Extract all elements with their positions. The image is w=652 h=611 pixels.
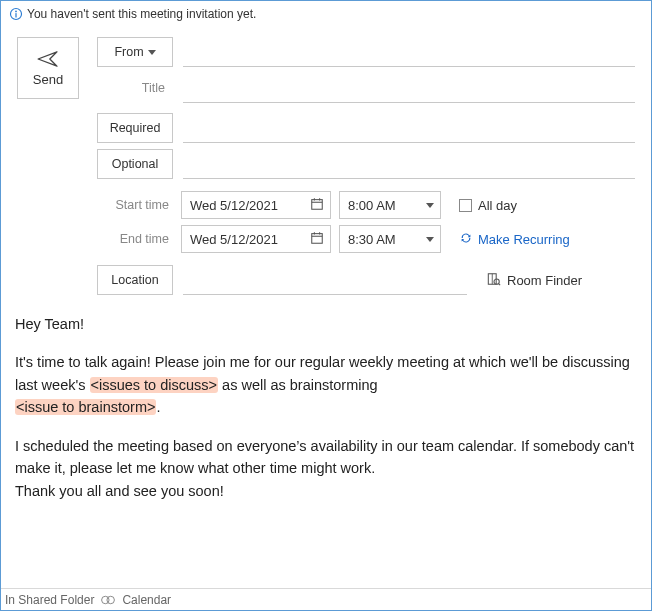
send-button[interactable]: Send <box>17 37 79 99</box>
fields-top: From Title <box>97 37 635 103</box>
svg-rect-2 <box>15 13 16 17</box>
svg-point-1 <box>15 11 17 13</box>
from-button[interactable]: From <box>97 37 173 67</box>
start-time-row: Start time Wed 5/12/2021 8:00 AM All day <box>97 191 635 219</box>
recurring-icon <box>459 231 473 248</box>
end-time-label: End time <box>97 232 173 246</box>
optional-button[interactable]: Optional <box>97 149 173 179</box>
status-calendar-label: Calendar <box>122 593 171 607</box>
chevron-down-icon <box>426 237 434 242</box>
location-row: Location Room Finder <box>97 265 635 295</box>
start-time-label: Start time <box>97 198 173 212</box>
body-greeting: Hey Team! <box>15 313 637 335</box>
info-text: You haven't sent this meeting invitation… <box>27 7 256 21</box>
location-button[interactable]: Location <box>97 265 173 295</box>
fields-bottom: Required Optional Start time Wed 5/12/20… <box>1 113 651 295</box>
make-recurring-label: Make Recurring <box>478 232 570 247</box>
start-time-value: 8:00 AM <box>348 198 396 213</box>
send-icon <box>37 50 59 68</box>
end-time-value: 8:30 AM <box>348 232 396 247</box>
all-day-toggle[interactable]: All day <box>459 198 517 213</box>
status-folder-label: In Shared Folder <box>5 593 94 607</box>
room-finder-icon <box>487 272 501 289</box>
shared-folder-icon <box>100 593 116 607</box>
calendar-icon <box>310 231 324 248</box>
start-time-picker[interactable]: 8:00 AM <box>339 191 441 219</box>
calendar-icon <box>310 197 324 214</box>
svg-point-16 <box>107 596 114 603</box>
from-label: From <box>114 45 143 59</box>
info-bar: You haven't sent this meeting invitation… <box>1 1 651 27</box>
svg-rect-3 <box>312 199 323 209</box>
svg-line-14 <box>499 283 501 285</box>
meeting-header: Send From Title <box>1 27 651 113</box>
from-input[interactable] <box>183 37 635 67</box>
end-date-value: Wed 5/12/2021 <box>190 232 278 247</box>
room-finder-link[interactable]: Room Finder <box>487 265 582 295</box>
placeholder-issues: <issues to discuss> <box>90 377 219 393</box>
svg-rect-7 <box>312 233 323 243</box>
status-bar: In Shared Folder Calendar <box>1 588 651 610</box>
checkbox-icon <box>459 199 472 212</box>
send-label: Send <box>33 72 63 87</box>
start-date-value: Wed 5/12/2021 <box>190 198 278 213</box>
optional-input[interactable] <box>183 149 635 179</box>
placeholder-brainstorm: <issue to brainstorm> <box>15 399 156 415</box>
all-day-label: All day <box>478 198 517 213</box>
location-input[interactable] <box>183 265 467 295</box>
end-date-picker[interactable]: Wed 5/12/2021 <box>181 225 331 253</box>
message-body[interactable]: Hey Team! It's time to talk again! Pleas… <box>1 295 651 516</box>
title-input[interactable] <box>183 73 635 103</box>
info-icon <box>9 7 23 21</box>
required-input[interactable] <box>183 113 635 143</box>
end-time-picker[interactable]: 8:30 AM <box>339 225 441 253</box>
end-time-row: End time Wed 5/12/2021 8:30 AM Make Recu… <box>97 225 635 253</box>
start-date-picker[interactable]: Wed 5/12/2021 <box>181 191 331 219</box>
room-finder-label: Room Finder <box>507 273 582 288</box>
chevron-down-icon <box>148 50 156 55</box>
required-button[interactable]: Required <box>97 113 173 143</box>
body-p3: I scheduled the meeting based on everyon… <box>15 435 637 502</box>
title-label: Title <box>97 73 173 103</box>
body-p2: It's time to talk again! Please join me … <box>15 351 637 418</box>
chevron-down-icon <box>426 203 434 208</box>
make-recurring-link[interactable]: Make Recurring <box>459 231 570 248</box>
